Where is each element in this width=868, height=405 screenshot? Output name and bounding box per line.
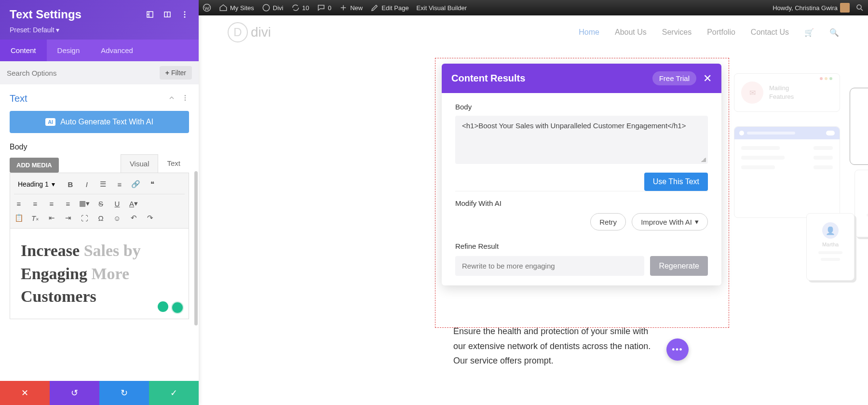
- wp-admin-bar: My Sites Divi 10 0 New Edit Page Exit Vi…: [199, 0, 868, 15]
- retry-button[interactable]: Retry: [590, 213, 626, 230]
- refine-label: Refine Result: [455, 242, 708, 250]
- paste-icon[interactable]: 📋: [14, 213, 24, 223]
- bold-icon[interactable]: B: [66, 179, 75, 189]
- nav-contact[interactable]: Contact Us: [751, 28, 789, 37]
- nav-home[interactable]: Home: [579, 28, 599, 37]
- filter-button[interactable]: +Filter: [160, 66, 192, 80]
- link-icon[interactable]: 🔗: [131, 179, 141, 189]
- quote-icon[interactable]: ❝: [148, 179, 157, 189]
- emoji-icon[interactable]: ☺: [112, 213, 122, 223]
- svg-point-5: [184, 11, 186, 13]
- section-more-icon[interactable]: [181, 94, 189, 104]
- undo-icon[interactable]: ↶: [129, 213, 138, 223]
- fullscreen-icon[interactable]: ⛶: [80, 213, 89, 223]
- wp-logo[interactable]: [203, 3, 211, 12]
- italic-icon[interactable]: I: [82, 179, 92, 189]
- body-label: Body: [10, 143, 189, 151]
- align-center-icon[interactable]: ≡: [30, 199, 40, 208]
- align-left-icon[interactable]: ≡: [14, 199, 24, 208]
- section-title: Text: [10, 93, 27, 104]
- editor-tab-text[interactable]: Text: [158, 154, 189, 173]
- comments-link[interactable]: 0: [317, 3, 331, 12]
- editor-toolbar: Heading 1▾ B I ☰ ≡ 🔗 ❝ ≡ ≡ ≡ ≡ ▦▾ S U A▾…: [10, 173, 189, 229]
- expand-icon[interactable]: [146, 10, 154, 19]
- editor-tab-visual[interactable]: Visual: [121, 154, 159, 173]
- columns-icon[interactable]: [163, 10, 172, 19]
- regenerate-button[interactable]: Regenerate: [650, 256, 708, 276]
- exit-builder-link[interactable]: Exit Visual Builder: [417, 4, 467, 12]
- modal-title: Content Results: [451, 73, 525, 84]
- close-icon[interactable]: ✕: [703, 72, 712, 85]
- editor-content[interactable]: Increase Sales by Engaging More Customer…: [10, 229, 189, 319]
- settings-panel: Text Settings Preset: Default ▾ Content …: [0, 0, 199, 405]
- align-right-icon[interactable]: ≡: [47, 199, 56, 208]
- table-icon[interactable]: ▦▾: [80, 199, 89, 208]
- search-input[interactable]: [7, 69, 155, 77]
- divi-link[interactable]: Divi: [262, 3, 284, 12]
- builder-fab[interactable]: •••: [666, 338, 689, 361]
- site-header: Ddivi Home About Us Services Portfolio C…: [199, 15, 868, 57]
- use-this-text-button[interactable]: Use This Text: [644, 173, 708, 191]
- editor-heading: Increase Sales by Engaging More Customer…: [21, 239, 178, 308]
- svg-point-8: [185, 95, 186, 96]
- modify-label: Modify With AI: [455, 199, 708, 207]
- indent-icon[interactable]: ⇥: [63, 213, 73, 223]
- svg-point-7: [184, 16, 186, 18]
- admin-search-icon[interactable]: [855, 3, 864, 12]
- underline-icon[interactable]: U: [112, 199, 122, 208]
- site-logo[interactable]: Ddivi: [228, 22, 271, 42]
- tab-advanced[interactable]: Advanced: [90, 40, 144, 61]
- add-media-button[interactable]: ADD MEDIA: [10, 158, 59, 173]
- bullet-list-icon[interactable]: ☰: [98, 179, 108, 189]
- svg-point-1: [263, 4, 270, 11]
- tab-design[interactable]: Design: [47, 40, 91, 61]
- confirm-button[interactable]: ✓: [149, 381, 199, 405]
- clear-format-icon[interactable]: Tₓ: [30, 213, 40, 223]
- my-sites-link[interactable]: My Sites: [219, 3, 254, 12]
- heading-select[interactable]: Heading 1▾: [14, 178, 59, 190]
- page-illustration: ✉ MailingFeatures 👤 Edw ard 👤 Martha: [734, 73, 868, 324]
- svg-point-9: [185, 97, 186, 98]
- textcolor-icon[interactable]: A▾: [129, 199, 138, 208]
- page-canvas: Ddivi Home About Us Services Portfolio C…: [199, 15, 868, 405]
- site-nav: Home About Us Services Portfolio Contact…: [579, 28, 839, 37]
- panel-scrollbar[interactable]: [194, 171, 198, 325]
- refine-input[interactable]: [455, 256, 644, 276]
- nav-services[interactable]: Services: [662, 28, 692, 37]
- new-link[interactable]: New: [339, 3, 363, 12]
- search-icon[interactable]: 🔍: [829, 28, 839, 37]
- omega-icon[interactable]: Ω: [96, 213, 106, 223]
- panel-title: Text Settings: [10, 8, 81, 21]
- updates-link[interactable]: 10: [291, 3, 309, 12]
- panel-tabs: Content Design Advanced: [0, 40, 199, 61]
- auto-generate-ai-button[interactable]: AI Auto Generate Text With AI: [10, 111, 189, 133]
- grammarly-badge[interactable]: [158, 301, 184, 314]
- panel-footer: ✕ ↺ ↻ ✓: [0, 381, 199, 405]
- redo-icon[interactable]: ↷: [145, 213, 155, 223]
- preset-select[interactable]: Preset: Default ▾: [10, 26, 189, 34]
- more-icon[interactable]: [180, 10, 189, 19]
- nav-portfolio[interactable]: Portfolio: [707, 28, 735, 37]
- edit-page-link[interactable]: Edit Page: [370, 3, 408, 12]
- redo-button[interactable]: ↻: [99, 381, 149, 405]
- content-results-modal: Content Results Free Trial ✕ Body <h1>Bo…: [442, 64, 721, 285]
- avatar: [840, 3, 850, 13]
- result-textarea[interactable]: <h1>Boost Your Sales with Unparalleled C…: [455, 116, 708, 164]
- nav-about[interactable]: About Us: [615, 28, 647, 37]
- user-greeting[interactable]: Howdy, Christina Gwira: [773, 3, 850, 13]
- tab-content[interactable]: Content: [0, 40, 47, 61]
- modal-header: Content Results Free Trial ✕: [442, 64, 721, 93]
- numbered-list-icon[interactable]: ≡: [115, 179, 124, 189]
- outdent-icon[interactable]: ⇤: [47, 213, 56, 223]
- svg-point-2: [857, 5, 861, 9]
- cart-icon[interactable]: 🛒: [804, 28, 814, 37]
- undo-button[interactable]: ↺: [50, 381, 99, 405]
- collapse-icon[interactable]: [168, 94, 176, 104]
- search-row: +Filter: [0, 61, 199, 84]
- free-trial-button[interactable]: Free Trial: [652, 71, 696, 85]
- improve-ai-button[interactable]: Improve With AI▾: [632, 213, 708, 230]
- cancel-button[interactable]: ✕: [0, 381, 50, 405]
- strike-icon[interactable]: S: [96, 199, 106, 208]
- ai-badge-icon: AI: [45, 118, 55, 126]
- align-justify-icon[interactable]: ≡: [63, 199, 73, 208]
